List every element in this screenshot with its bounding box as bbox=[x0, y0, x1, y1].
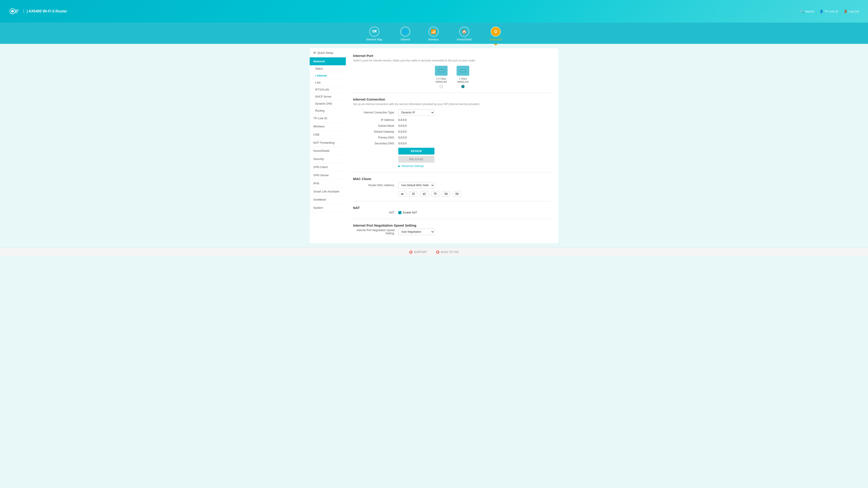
nat-checkbox-label[interactable]: Enable NAT bbox=[398, 211, 417, 214]
sidebar-item-usb[interactable]: USB bbox=[310, 131, 346, 139]
quick-setup-label: Quick Setup bbox=[317, 51, 333, 55]
svg-rect-16 bbox=[465, 70, 465, 72]
mac-clone-section: MAC Clone Router MAC Address: Use Defaul… bbox=[353, 177, 551, 197]
sidebar-item-vpn-server[interactable]: VPN Server bbox=[310, 171, 346, 180]
sidebar-section-network-label: Network bbox=[313, 60, 325, 63]
sidebar-item-vpn-client-label: VPN Client bbox=[313, 165, 328, 169]
nav-homeshield[interactable]: 🏠 HomeShield bbox=[452, 24, 476, 44]
nat-checkbox[interactable] bbox=[398, 211, 401, 214]
nav-wireless[interactable]: 📶 Wireless bbox=[424, 24, 443, 44]
port1-radio[interactable] bbox=[440, 85, 443, 88]
nav-network-map[interactable]: 🗺 Network Map bbox=[362, 24, 387, 44]
search-label: Search bbox=[805, 10, 814, 13]
sidebar-item-iptv[interactable]: IPTV/VLAN bbox=[310, 86, 346, 93]
sidebar-item-homeshield[interactable]: HomeShield bbox=[310, 147, 346, 155]
advanced-settings-link[interactable]: ▶ Advanced Settings bbox=[398, 164, 424, 168]
mac-clone-title: MAC Clone bbox=[353, 177, 551, 181]
header-actions: 🔍 Search 👤 TP-Link ID 🚪 Log Out bbox=[800, 10, 859, 13]
sidebar-item-internet-label: Internet bbox=[317, 74, 327, 77]
advanced-settings-label: Advanced Settings bbox=[401, 164, 424, 168]
nav-internet[interactable]: 🌐 Internet bbox=[396, 24, 415, 44]
sidebar-item-onemesh[interactable]: OneMesh bbox=[310, 196, 346, 204]
sidebar-item-routing[interactable]: Routing bbox=[310, 107, 346, 114]
sidebar-item-dhcp-label: DHCP Server bbox=[315, 95, 331, 98]
mac-seg-1[interactable] bbox=[398, 191, 406, 197]
tplink-id-action[interactable]: 👤 TP-Link ID bbox=[819, 10, 838, 13]
sidebar-item-smart-life[interactable]: Smart Life Assistant bbox=[310, 188, 346, 196]
logout-icon: 🚪 bbox=[844, 10, 847, 13]
port2-icon bbox=[457, 66, 469, 76]
sidebar-item-ipv6-label: IPv6 bbox=[313, 182, 319, 185]
svg-point-1 bbox=[11, 10, 14, 13]
mac-seg-4[interactable] bbox=[431, 191, 439, 197]
internet-port-section: Internet Port Select a port for internet… bbox=[353, 54, 551, 88]
primary-dns-value: 0.0.0.0 bbox=[398, 136, 407, 139]
svg-rect-15 bbox=[463, 70, 464, 72]
mac-sep-4: - bbox=[440, 192, 441, 195]
triangle-icon: ▶ bbox=[398, 164, 400, 168]
sidebar-item-ipv6[interactable]: IPv6 bbox=[310, 180, 346, 188]
logout-action[interactable]: 🚪 Log Out bbox=[844, 10, 859, 13]
sidebar-item-lan[interactable]: LAN bbox=[310, 79, 346, 86]
router-subtitle: | AX5400 Wi-Fi 6 Router bbox=[24, 9, 67, 13]
footer: ⭕ SUPPORT ⭕ BACK TO TOP bbox=[0, 248, 868, 256]
sidebar-item-system[interactable]: System bbox=[310, 204, 346, 212]
sidebar-item-vpn-client[interactable]: VPN Client bbox=[310, 163, 346, 171]
sidebar-item-lan-label: LAN bbox=[315, 81, 320, 84]
sidebar-item-nat-forwarding[interactable]: NAT Forwarding bbox=[310, 139, 346, 147]
sidebar-item-dhcp[interactable]: DHCP Server bbox=[310, 93, 346, 100]
sidebar-section-network[interactable]: Network bbox=[310, 57, 346, 65]
port2-radio[interactable] bbox=[461, 85, 465, 88]
divider-3 bbox=[353, 201, 551, 201]
sidebar-item-usb-label: USB bbox=[313, 133, 319, 136]
sidebar-item-system-label: System bbox=[313, 206, 323, 209]
mac-seg-2[interactable] bbox=[409, 191, 417, 197]
internet-port-desc: Select a port for internet service. Make… bbox=[353, 59, 551, 62]
gateway-label: Default Gateway: bbox=[353, 130, 398, 133]
ip-address-label: IP Address: bbox=[353, 119, 398, 122]
search-action[interactable]: 🔍 Search bbox=[800, 10, 814, 13]
release-button[interactable]: RELEASE bbox=[398, 156, 434, 163]
sidebar-item-onemesh-label: OneMesh bbox=[313, 198, 326, 201]
tplink-id-icon: 👤 bbox=[819, 10, 823, 13]
nav-internet-label: Internet bbox=[401, 38, 410, 41]
ip-address-row: IP Address: 0.0.0.0 bbox=[353, 119, 551, 122]
network-map-icon: 🗺 bbox=[369, 27, 379, 37]
sidebar-item-security-label: Security bbox=[313, 157, 324, 161]
connection-type-label: Internet Connection Type: bbox=[353, 111, 398, 114]
mac-sep-1: - bbox=[407, 192, 408, 195]
port-option-2[interactable]: 1 Gbps WAN/LAN bbox=[457, 66, 469, 88]
header: | AX5400 Wi-Fi 6 Router 🔍 Search 👤 TP-Li… bbox=[0, 0, 868, 23]
sidebar-item-tplink-id[interactable]: TP-Link ID bbox=[310, 114, 346, 123]
quick-setup-item[interactable]: ⚙ Quick Setup bbox=[310, 48, 346, 57]
sidebar-item-status[interactable]: Status bbox=[310, 65, 346, 72]
negotiation-speed-select[interactable]: Auto Negotiation 10 Mbps Half-Duplex 10 … bbox=[398, 229, 434, 235]
sidebar-item-dynamic-dns[interactable]: Dynamic DNS bbox=[310, 100, 346, 107]
svg-rect-10 bbox=[443, 70, 444, 72]
sidebar-item-wireless[interactable]: Wireless bbox=[310, 123, 346, 131]
action-buttons: RENEW RELEASE ▶ Advanced Settings bbox=[398, 148, 551, 168]
back-to-top-link[interactable]: ⭕ BACK TO TOP bbox=[436, 251, 459, 254]
back-to-top-icon: ⭕ bbox=[436, 251, 439, 254]
mac-seg-3[interactable] bbox=[420, 191, 428, 197]
nav-network-map-label: Network Map bbox=[366, 38, 382, 41]
secondary-dns-row: Secondary DNS: 0.0.0.0 bbox=[353, 142, 551, 145]
sidebar-item-wireless-label: Wireless bbox=[313, 125, 324, 128]
renew-button[interactable]: RENEW bbox=[398, 148, 434, 155]
divider-4 bbox=[353, 219, 551, 219]
subnet-mask-row: Subnet Mask: 0.0.0.0 bbox=[353, 124, 551, 127]
nav-advanced[interactable]: ⚙ Advanced bbox=[485, 24, 506, 44]
port-option-1[interactable]: 2.5 Gbps WAN/LAN bbox=[435, 66, 447, 88]
nav-homeshield-label: HomeShield bbox=[457, 38, 471, 41]
mac-seg-6[interactable] bbox=[453, 191, 461, 197]
ip-address-value: 0.0.0.0 bbox=[398, 119, 407, 122]
connection-type-select[interactable]: Dynamic IP Static IP PPPoE bbox=[398, 109, 434, 116]
sidebar-item-internet[interactable]: Internet bbox=[310, 72, 346, 79]
internet-icon: 🌐 bbox=[400, 27, 410, 37]
port1-svg bbox=[437, 67, 446, 74]
mac-address-select[interactable]: Use Default MAC Address Use Current Comp… bbox=[398, 182, 434, 188]
sidebar-item-security[interactable]: Security bbox=[310, 155, 346, 163]
support-link[interactable]: ⭕ SUPPORT bbox=[409, 251, 427, 254]
mac-seg-5[interactable] bbox=[442, 191, 450, 197]
internet-port-title: Internet Port bbox=[353, 54, 551, 58]
